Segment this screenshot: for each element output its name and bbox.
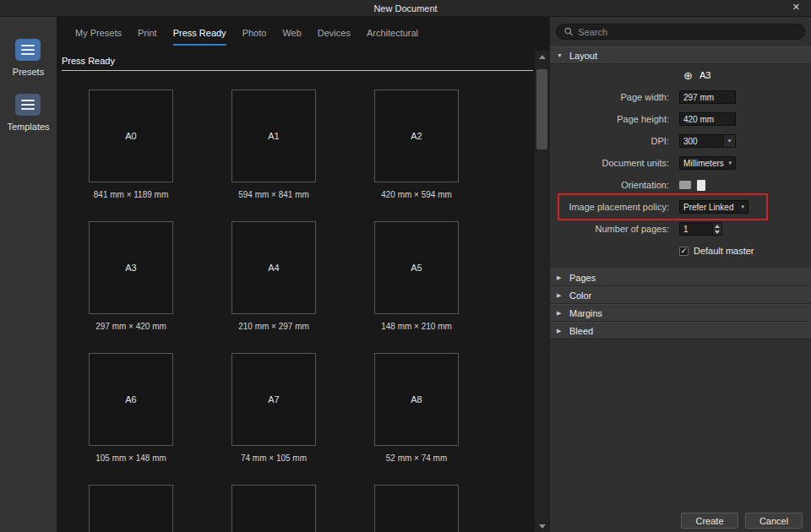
- chevron-down-icon: ▼: [557, 52, 563, 58]
- tab-press-ready[interactable]: Press Ready: [173, 28, 226, 46]
- section-color[interactable]: ▶ Color: [550, 286, 811, 304]
- templates-icon: [15, 94, 41, 116]
- preset-list: Press Ready A0 841 mm × 1189 mm A1 594 m…: [57, 46, 549, 532]
- preset-dims: 105 mm × 148 mm: [89, 453, 173, 463]
- field-page-height: Page height:: [550, 108, 811, 130]
- new-document-dialog: New Document ✕ Presets Templates My Pres…: [0, 0, 811, 532]
- stepper-down-icon[interactable]: [713, 229, 721, 235]
- chevron-right-icon: ▶: [557, 310, 563, 317]
- tab-web[interactable]: Web: [282, 28, 301, 46]
- field-document-units: Document units: Millimeters ▾: [550, 152, 811, 174]
- add-preset-icon[interactable]: ⊕: [683, 69, 693, 82]
- cancel-button[interactable]: Cancel: [745, 513, 803, 529]
- landscape-orientation-icon[interactable]: [679, 181, 691, 189]
- field-label: Orientation:: [550, 180, 674, 190]
- section-margins[interactable]: ▶ Margins: [550, 304, 811, 322]
- sidebar: Presets Templates: [0, 17, 57, 532]
- presets-main: My Presets Print Press Ready Photo Web D…: [57, 17, 549, 532]
- tab-photo[interactable]: Photo: [242, 28, 267, 46]
- preset-box: A2: [374, 90, 459, 182]
- preset-dims: 148 mm × 210 mm: [374, 322, 459, 331]
- tab-architectural[interactable]: Architectural: [367, 28, 418, 46]
- page-width-input[interactable]: [679, 90, 736, 104]
- portrait-orientation-icon[interactable]: [697, 180, 705, 191]
- preset-dims: 297 mm × 420 mm: [89, 322, 173, 331]
- preset-partial[interactable]: [231, 485, 316, 532]
- vertical-scrollbar[interactable]: [535, 51, 549, 532]
- field-orientation: Orientation:: [550, 174, 811, 196]
- field-label: Number of pages:: [550, 224, 674, 234]
- preset-a6[interactable]: A6 105 mm × 148 mm: [89, 353, 173, 463]
- document-units-dropdown[interactable]: Millimeters ▾: [679, 156, 736, 170]
- tab-devices[interactable]: Devices: [318, 28, 351, 46]
- dialog-actions: Create Cancel: [681, 513, 803, 529]
- preset-box: A7: [231, 353, 316, 446]
- section-layout[interactable]: ▼ Layout: [550, 46, 811, 64]
- preset-dims: 420 mm × 594 mm: [374, 190, 459, 199]
- preset-a8[interactable]: A8 52 mm × 74 mm: [374, 353, 459, 463]
- sidebar-item-templates[interactable]: Templates: [7, 94, 49, 132]
- field-image-placement-policy: Image placement policy: Prefer Linked ▾: [550, 196, 811, 218]
- number-of-pages-input[interactable]: [679, 222, 713, 236]
- search-input[interactable]: [578, 27, 797, 37]
- dpi-combo[interactable]: ▾: [679, 134, 736, 148]
- preset-dims: 594 mm × 841 mm: [231, 190, 316, 199]
- field-label: DPI:: [550, 136, 674, 146]
- scroll-down-icon[interactable]: [535, 520, 549, 532]
- preset-grid: A0 841 mm × 1189 mm A1 594 mm × 841 mm A…: [57, 71, 549, 532]
- field-label: Document units:: [550, 158, 674, 168]
- preset-box: A4: [231, 221, 316, 314]
- search-box[interactable]: [556, 24, 805, 40]
- create-button[interactable]: Create: [681, 513, 738, 529]
- page-height-input[interactable]: [679, 112, 736, 126]
- preset-box: A1: [231, 90, 316, 182]
- field-dpi: DPI: ▾: [550, 130, 811, 152]
- preset-a4[interactable]: A4 210 mm × 297 mm: [231, 221, 316, 331]
- title-bar: New Document ✕: [0, 0, 811, 17]
- preset-a1[interactable]: A1 594 mm × 841 mm: [231, 90, 316, 199]
- tab-my-presets[interactable]: My Presets: [75, 28, 122, 46]
- field-label: Page width:: [550, 92, 674, 102]
- window-title: New Document: [373, 3, 437, 14]
- tab-bar: My Presets Print Press Ready Photo Web D…: [57, 17, 549, 46]
- selected-preset-name: A3: [699, 70, 710, 80]
- section-bleed[interactable]: ▶ Bleed: [550, 322, 811, 339]
- section-pages[interactable]: ▶ Pages: [550, 269, 811, 286]
- scroll-up-icon[interactable]: [535, 51, 549, 62]
- chevron-down-icon: ▾: [741, 204, 744, 210]
- field-page-width: Page width:: [550, 86, 811, 108]
- sidebar-item-label: Presets: [13, 67, 44, 77]
- chevron-right-icon: ▶: [557, 292, 563, 299]
- preset-box: A3: [89, 221, 173, 314]
- scrollbar-thumb[interactable]: [536, 69, 547, 149]
- sidebar-item-presets[interactable]: Presets: [13, 39, 44, 77]
- preset-box: A5: [374, 221, 459, 314]
- section-heading: Press Ready: [62, 56, 533, 71]
- preset-dims: 210 mm × 297 mm: [231, 322, 316, 331]
- sidebar-item-label: Templates: [7, 122, 49, 132]
- tab-print[interactable]: Print: [138, 28, 157, 46]
- preset-a0[interactable]: A0 841 mm × 1189 mm: [89, 90, 173, 199]
- dpi-input[interactable]: [679, 134, 723, 148]
- field-label: Image placement policy:: [550, 202, 674, 212]
- preset-a5[interactable]: A5 148 mm × 210 mm: [374, 221, 459, 331]
- field-default-master: ✓ Default master: [550, 240, 811, 262]
- preset-dims: 74 mm × 105 mm: [231, 453, 316, 463]
- default-master-checkbox[interactable]: ✓: [679, 247, 689, 256]
- preset-a2[interactable]: A2 420 mm × 594 mm: [374, 90, 459, 199]
- preset-a3[interactable]: A3 297 mm × 420 mm: [89, 221, 173, 331]
- preset-box: A0: [89, 90, 173, 182]
- chevron-down-icon: ▾: [728, 160, 732, 166]
- stepper-up-icon[interactable]: [713, 223, 721, 229]
- preset-partial[interactable]: [89, 485, 173, 532]
- image-placement-policy-dropdown[interactable]: Prefer Linked ▾: [679, 200, 748, 214]
- preset-partial[interactable]: [374, 485, 459, 532]
- checkbox-label: Default master: [694, 246, 754, 256]
- settings-panel: ▼ Layout ⊕ A3 Page width: Page height: D…: [549, 17, 811, 532]
- field-number-of-pages: Number of pages:: [550, 218, 811, 240]
- dpi-dropdown-arrow-icon[interactable]: ▾: [723, 134, 736, 148]
- close-icon[interactable]: ✕: [792, 2, 800, 13]
- preset-a7[interactable]: A7 74 mm × 105 mm: [231, 353, 316, 463]
- preset-selector-row: ⊕ A3: [550, 64, 811, 86]
- collapsed-sections: ▶ Pages ▶ Color ▶ Margins ▶ Bleed: [550, 269, 811, 339]
